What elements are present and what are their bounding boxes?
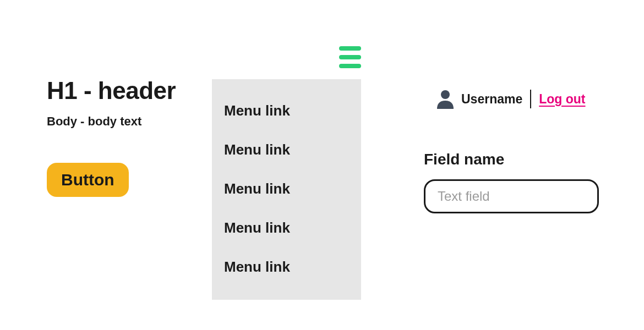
hamburger-bar [339,46,361,51]
logout-link[interactable]: Log out [539,92,585,107]
menu-link[interactable]: Menu link [212,130,361,169]
menu-section: Menu link Menu link Menu link Menu link … [212,46,361,300]
menu-panel: Menu link Menu link Menu link Menu link … [212,79,361,300]
user-row: Username Log out [436,89,599,109]
menu-link[interactable]: Menu link [212,248,361,287]
field-block: Field name [424,151,599,213]
page-heading: H1 - header [47,77,176,105]
hamburger-bar [339,64,361,68]
hamburger-icon[interactable] [339,46,361,68]
menu-link[interactable]: Menu link [212,208,361,248]
right-section: Username Log out Field name [424,89,599,213]
field-label: Field name [424,151,504,168]
text-input[interactable] [424,179,599,213]
svg-point-0 [441,90,450,99]
primary-button[interactable]: Button [47,163,129,197]
body-text: Body - body text [47,114,176,129]
menu-link[interactable]: Menu link [212,91,361,130]
user-icon [436,89,455,109]
menu-link[interactable]: Menu link [212,169,361,208]
hamburger-bar [339,55,361,59]
username-label: Username [461,92,522,107]
divider [530,90,531,108]
left-section: H1 - header Body - body text Button [47,77,176,197]
